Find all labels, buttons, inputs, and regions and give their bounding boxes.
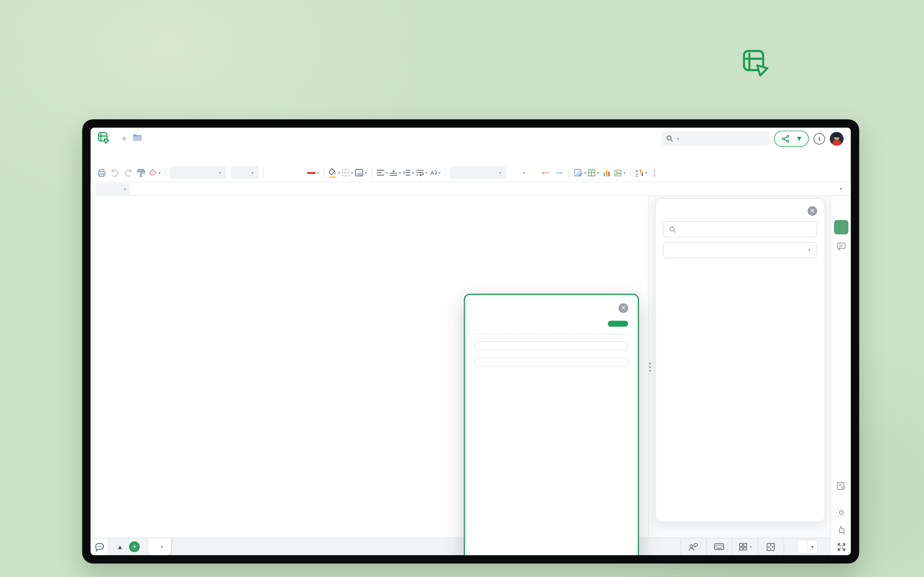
insert-image-button[interactable]: ▾ (614, 165, 626, 180)
function-dialog: ✕ (464, 293, 639, 555)
wrap-text-button[interactable]: ▾ (415, 165, 427, 180)
redo-icon[interactable] (122, 165, 134, 180)
number-format-caret-icon: ▾ (499, 170, 501, 175)
right-rail (830, 196, 851, 555)
conditional-format-button[interactable]: ▾ (573, 165, 586, 180)
wrap-text-caret-icon: ▾ (425, 170, 427, 175)
app-titlebar: ★ ▾ (90, 127, 851, 149)
folder-icon[interactable] (132, 134, 142, 143)
sheet-list-icon[interactable]: ▲ (117, 543, 123, 550)
share-caret-icon: ▾ (797, 134, 801, 143)
function-panel-close-icon[interactable]: ✕ (808, 206, 817, 216)
brightness-icon[interactable] (831, 508, 851, 517)
search-icon (666, 135, 673, 142)
formula-bar-collapse-icon[interactable]: ▾ (840, 186, 842, 192)
zoho-sheet-app: ★ ▾ (90, 127, 851, 555)
merge-cells-button[interactable]: a ▾ (355, 165, 367, 180)
indent-button[interactable]: ▾ (402, 165, 414, 180)
svg-text:A: A (430, 169, 434, 176)
zoom-caret-icon: ▾ (808, 544, 817, 550)
zoom-level-select[interactable]: ▾ (796, 540, 817, 554)
strikethrough-button[interactable] (294, 165, 306, 180)
sheet-tab-bar: ▲ + ▾ (90, 538, 830, 555)
insert-table-caret-icon: ▾ (597, 170, 599, 175)
font-size-select[interactable]: ▾ (231, 166, 258, 179)
svg-text:Z: Z (636, 173, 638, 177)
sort-button[interactable]: AZ ▾ (635, 165, 648, 180)
insert-function-button[interactable] (607, 321, 628, 327)
insert-table-button[interactable]: ▾ (588, 165, 599, 180)
share-button[interactable]: ▾ (774, 131, 809, 147)
vertical-align-button[interactable]: ▾ (389, 165, 401, 180)
zoom-controls: ▾ (784, 540, 830, 554)
undo-icon[interactable] (108, 165, 120, 180)
increase-decimal-arrow-icon: ⟶ (556, 171, 562, 175)
decrease-decimal-arrow-icon: ⟵ (542, 171, 549, 175)
sheet-tab[interactable]: ▾ (148, 538, 171, 555)
chat-icon[interactable] (90, 538, 108, 555)
text-rotate-button[interactable]: A ▾ (429, 165, 441, 180)
keyboard-shortcuts-icon[interactable] (707, 543, 732, 550)
fx-rail-icon (834, 220, 848, 234)
sheet-search-input[interactable]: ▾ (661, 131, 769, 146)
cell-reference-select[interactable]: ▾ (95, 183, 130, 195)
fill-bucket-icon (328, 168, 336, 177)
category-filter-select[interactable]: ▾ (663, 242, 817, 258)
toolbar: ▾ ▾ ▾ ▾ (90, 164, 851, 182)
borders-caret-icon: ▾ (351, 170, 353, 175)
fullscreen-icon[interactable] (831, 542, 851, 551)
add-sheet-button[interactable]: + (129, 542, 140, 552)
favorite-star-icon[interactable]: ★ (121, 134, 128, 143)
number-format-select[interactable]: ▾ (450, 166, 506, 179)
discuss-icon[interactable] (681, 542, 706, 551)
category-filter-caret-icon: ▾ (808, 247, 811, 253)
vertical-align-caret-icon: ▾ (399, 170, 401, 175)
text-color-button[interactable]: ▾ (307, 165, 319, 180)
bold-button[interactable] (268, 165, 279, 180)
decrease-decimal-button[interactable]: ⟵ (540, 165, 551, 180)
fit-to-screen-icon[interactable] (758, 542, 784, 551)
toolbar-more-icon[interactable]: ⋮ (648, 165, 660, 180)
horizontal-align-button[interactable]: ▾ (376, 165, 388, 180)
indent-caret-icon: ▾ (412, 170, 414, 175)
currency-format-button[interactable]: ▾ (511, 165, 525, 180)
sort-caret-icon: ▾ (645, 170, 647, 175)
search-scope-caret-icon[interactable]: ▾ (677, 136, 679, 141)
sheet-grid-icon (742, 49, 770, 79)
text-color-caret-icon: ▾ (317, 170, 319, 175)
comma-format-button[interactable] (527, 165, 538, 180)
function-panel: ✕ ▾ (655, 198, 825, 522)
feedback-thumbs-icon[interactable] (831, 525, 851, 534)
info-icon[interactable]: i (814, 133, 825, 144)
sheet-tab-caret-icon: ▾ (161, 544, 163, 550)
app-logo-icon[interactable] (98, 131, 110, 145)
font-size-caret-icon: ▾ (252, 170, 254, 175)
increase-decimal-button[interactable]: ⟶ (553, 165, 565, 180)
user-avatar[interactable] (830, 131, 843, 145)
currency-caret-icon: ▾ (523, 170, 525, 175)
clear-format-icon[interactable]: ▾ (148, 165, 161, 180)
search-icon (669, 226, 676, 233)
functions-rail-button[interactable] (831, 220, 851, 234)
print-icon[interactable] (95, 165, 107, 180)
layout-icon[interactable]: ▾ (732, 542, 758, 551)
insert-chart-button[interactable] (601, 165, 612, 180)
preview-icon[interactable] (831, 482, 851, 490)
fill-color-button[interactable]: ▾ (328, 165, 340, 180)
merge-cells-caret-icon: ▾ (365, 170, 367, 175)
panel-drag-handle-icon[interactable] (649, 363, 651, 372)
font-family-select[interactable]: ▾ (170, 166, 226, 179)
app-window-frame: ★ ▾ (82, 119, 859, 564)
cell-reference-caret-icon: ▾ (124, 186, 126, 192)
function-search-input[interactable] (663, 221, 817, 237)
function-dialog-close-icon[interactable]: ✕ (619, 303, 628, 313)
fill-color-caret-icon: ▾ (338, 170, 340, 175)
format-painter-icon[interactable] (135, 165, 147, 180)
clear-format-caret-icon: ▾ (158, 170, 161, 175)
comment-icon[interactable] (831, 242, 851, 251)
italic-button[interactable] (281, 165, 292, 180)
syntax-box (475, 341, 628, 351)
text-rotate-caret-icon: ▾ (438, 170, 441, 175)
insert-image-caret-icon: ▾ (624, 170, 626, 175)
borders-button[interactable]: ▾ (341, 165, 353, 180)
